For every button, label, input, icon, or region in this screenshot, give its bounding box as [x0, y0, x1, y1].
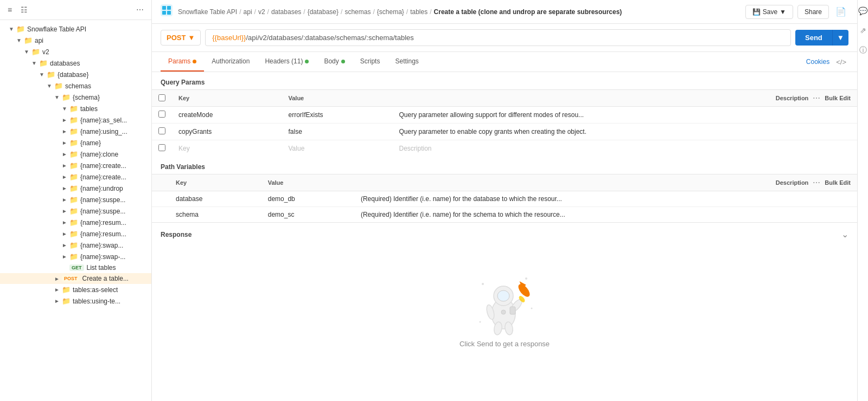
tree-arrow: ► [62, 128, 69, 134]
expand-icon-button[interactable]: ⇗ [858, 24, 869, 37]
info-icon-button[interactable]: ⓘ [857, 43, 869, 57]
tab-body[interactable]: Body [316, 52, 352, 72]
tree-arrow: ► [62, 231, 69, 237]
svg-point-15 [482, 283, 484, 285]
pv-description-cell: (Required) Identifier (i.e. name) for th… [354, 207, 857, 223]
breadcrumb-item[interactable]: api [244, 8, 252, 16]
svg-point-18 [480, 321, 481, 323]
sidebar-item-schemas[interactable]: ▼ 📁 schemas [0, 80, 151, 92]
breadcrumb-item[interactable]: Snowflake Table API [178, 8, 237, 16]
sidebar-item-tables-using[interactable]: ► 📁 tables:using-te... [0, 295, 151, 307]
sidebar-item-list-tables[interactable]: GET List tables [0, 262, 151, 273]
sidebar-item-name-using[interactable]: ► 📁 {name}:using_... [0, 126, 151, 137]
sidebar-item-name-resume2[interactable]: ► 📁 {name}:resum... [0, 228, 151, 240]
sidebar-item-label: {name}:as_sel... [80, 117, 127, 124]
svg-rect-1 [162, 6, 166, 10]
select-all-checkbox[interactable] [158, 94, 165, 101]
pv-description-column-header: Description ⋯ Bulk Edit [354, 174, 857, 191]
pv-value-cell[interactable]: demo_sc [261, 207, 354, 223]
pv-key-cell[interactable]: schema [169, 207, 261, 223]
pv-select-all-header [152, 174, 169, 191]
response-body: Click Send to get a response [152, 246, 857, 370]
tab-scripts[interactable]: Scripts [353, 52, 388, 72]
sidebar-item-name-suspend1[interactable]: ► 📁 {name}:suspe... [0, 194, 151, 205]
sidebar-item-root[interactable]: ▼ 📁 Snowflake Table API [0, 23, 151, 35]
description-cell-empty[interactable]: Description [392, 140, 857, 157]
select-all-header [152, 90, 172, 107]
send-button[interactable]: Send [795, 30, 832, 46]
svg-rect-19 [510, 307, 515, 314]
folder-icon: 📁 [24, 36, 33, 44]
code-view-button[interactable]: </> [834, 56, 848, 68]
sidebar-item-databases[interactable]: ▼ 📁 databases [0, 57, 151, 69]
sidebar-item-name-swap1[interactable]: ► 📁 {name}:swap... [0, 240, 151, 251]
tab-settings[interactable]: Settings [387, 52, 426, 72]
sidebar-item-label: databases [50, 60, 80, 67]
sidebar-item-name-create2[interactable]: ► 📁 {name}:create... [0, 171, 151, 183]
sidebar-item-label: v2 [42, 48, 49, 56]
breadcrumb-item[interactable]: {schema} [377, 8, 404, 16]
key-cell[interactable]: copyGrants [172, 124, 282, 140]
sidebar-item-name-clone[interactable]: ► 📁 {name}:clone [0, 148, 151, 160]
url-input[interactable]: {{baseUrl}}/api/v2/databases/:database/s… [205, 29, 791, 46]
tab-authorization[interactable]: Authorization [204, 52, 257, 72]
breadcrumb-item[interactable]: {database} [308, 8, 339, 16]
pv-key-cell[interactable]: database [169, 191, 261, 207]
response-section-header[interactable]: Response ⌄ [152, 222, 857, 246]
key-cell[interactable]: createMode [172, 107, 282, 124]
sidebar-item-database[interactable]: ▼ 📁 {database} [0, 69, 151, 80]
sidebar-item-tables[interactable]: ▼ 📁 tables [0, 103, 151, 114]
tree-arrow: ▼ [47, 83, 54, 89]
sidebar-item-schema[interactable]: ▼ 📁 {schema} [0, 92, 151, 103]
row-checkbox[interactable] [158, 127, 165, 134]
sidebar-item-name-undrop[interactable]: ► 📁 {name}:undrop [0, 183, 151, 194]
share-button[interactable]: Share [797, 5, 829, 19]
sidebar-layout-button[interactable]: ☷ [18, 4, 30, 15]
row-checkbox[interactable] [158, 144, 165, 151]
breadcrumb-item[interactable]: databases [271, 8, 301, 16]
description-cell: Query parameter allowing support for dif… [392, 107, 857, 124]
table-row: createMode errorIfExists Query parameter… [152, 107, 857, 124]
key-column-header: Key [172, 90, 282, 107]
document-icon-button[interactable]: 📄 [833, 4, 848, 19]
value-cell[interactable]: false [282, 124, 393, 140]
pv-more-options-button[interactable]: ⋯ [813, 178, 820, 187]
sidebar-item-name-suspend2[interactable]: ► 📁 {name}:suspe... [0, 205, 151, 217]
folder-icon: 📁 [16, 25, 25, 33]
row-checkbox[interactable] [158, 111, 165, 118]
send-dropdown-button[interactable]: ▼ [832, 30, 848, 46]
sidebar-item-create-table[interactable]: ► POST Create a table... [0, 273, 151, 284]
sidebar-item-api[interactable]: ▼ 📁 api [0, 35, 151, 46]
breadcrumb-item[interactable]: tables [410, 8, 427, 16]
sidebar-item-tables-as-select[interactable]: ► 📁 tables:as-select [0, 284, 151, 295]
bulk-edit-button[interactable]: Bulk Edit [825, 95, 851, 101]
tab-headers[interactable]: Headers (11) [257, 52, 316, 72]
breadcrumb-item[interactable]: v2 [258, 8, 265, 16]
pv-bulk-edit-button[interactable]: Bulk Edit [825, 179, 851, 186]
chat-icon-button[interactable]: 💬 [856, 4, 868, 17]
pv-value-cell[interactable]: demo_db [261, 191, 354, 207]
sidebar-more-button[interactable]: ⋯ [134, 4, 146, 15]
sidebar-item-v2[interactable]: ▼ 📁 v2 [0, 46, 151, 57]
tab-params[interactable]: Params [161, 52, 204, 72]
save-button[interactable]: 💾 Save ▼ [745, 5, 793, 19]
tabs-bar: Params Authorization Headers (11) Body S… [152, 52, 857, 72]
cookies-link[interactable]: Cookies [806, 53, 829, 71]
value-cell-empty[interactable]: Value [282, 140, 393, 157]
folder-icon: 📁 [69, 253, 78, 261]
sidebar-item-name[interactable]: ► 📁 {name} [0, 137, 151, 148]
sidebar-item-name-create1[interactable]: ► 📁 {name}:create... [0, 160, 151, 171]
sidebar-tree: ▼ 📁 Snowflake Table API ▼ 📁 api ▼ 📁 v2 ▼… [0, 20, 151, 401]
sidebar-item-name-resume1[interactable]: ► 📁 {name}:resum... [0, 217, 151, 228]
tree-arrow: ▼ [31, 60, 39, 66]
more-options-button[interactable]: ⋯ [813, 94, 820, 102]
sidebar-item-name-as-sel[interactable]: ► 📁 {name}:as_sel... [0, 114, 151, 126]
value-cell[interactable]: errorIfExists [282, 107, 393, 124]
breadcrumb-item[interactable]: schemas [344, 8, 371, 16]
sidebar-item-name-swap2[interactable]: ► 📁 {name}:swap-... [0, 251, 151, 262]
sidebar-toggle-button[interactable]: ≡ [5, 4, 14, 15]
method-selector[interactable]: POST ▼ [161, 30, 201, 46]
app-logo [161, 4, 173, 19]
sidebar-item-label: {name}:using_... [80, 128, 127, 135]
key-cell-empty[interactable]: Key [172, 140, 282, 157]
